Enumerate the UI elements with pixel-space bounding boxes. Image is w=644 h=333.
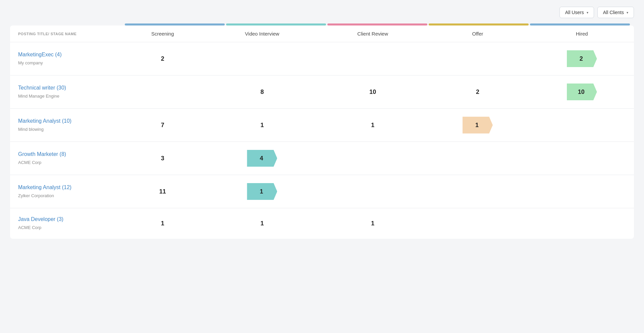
hired-badge[interactable]: 10 — [567, 84, 597, 100]
color-bar-offer — [429, 23, 529, 25]
posting-cell: Java Developer (3) ACME Corp — [10, 208, 121, 239]
hired-cell — [530, 175, 634, 208]
client-review-cell — [320, 42, 426, 75]
screening-cell: 1 — [121, 208, 204, 239]
col-header-screening: Screening — [121, 25, 204, 42]
video-interview-cell: 1 — [204, 208, 320, 239]
screening-cell: 11 — [121, 175, 204, 208]
col-header-client-review: Client Review — [320, 25, 426, 42]
video-interview-cell: 1 — [204, 175, 320, 208]
hired-cell: 2 — [530, 42, 634, 75]
table-row: Growth Marketer (8) ACME Corp 34 — [10, 142, 634, 175]
client-review-cell: 10 — [320, 75, 426, 109]
table-row: Java Developer (3) ACME Corp 111 — [10, 208, 634, 239]
offer-badge[interactable]: 1 — [463, 117, 493, 133]
posting-title[interactable]: MarketingExec (4) — [18, 52, 117, 58]
posting-title[interactable]: Growth Marketer (8) — [18, 151, 117, 157]
all-clients-label: All Clients — [603, 10, 624, 15]
client-review-cell: 1 — [320, 109, 426, 142]
posting-title[interactable]: Java Developer (3) — [18, 216, 117, 222]
video-badge[interactable]: 1 — [247, 183, 277, 200]
client-review-cell: 1 — [320, 208, 426, 239]
posting-cell: Marketing Analyst (10) Mind blowing — [10, 109, 121, 142]
offer-cell — [426, 175, 530, 208]
hired-badge[interactable]: 2 — [567, 50, 597, 67]
report-table: POSTING TITLE/ STAGE NAME Screening Vide… — [10, 25, 634, 239]
color-bar-client-review — [327, 23, 427, 25]
video-badge[interactable]: 4 — [247, 150, 277, 167]
color-bar-video — [226, 23, 326, 25]
hired-cell — [530, 142, 634, 175]
posting-company: Zylker Corporation — [18, 193, 54, 198]
posting-company: ACME Corp — [18, 225, 41, 230]
table-header-row: POSTING TITLE/ STAGE NAME Screening Vide… — [10, 25, 634, 42]
chevron-down-icon: ▾ — [587, 11, 588, 14]
offer-cell — [426, 142, 530, 175]
offer-cell: 2 — [426, 75, 530, 109]
hired-cell: 10 — [530, 75, 634, 109]
offer-cell — [426, 42, 530, 75]
posting-cell: Marketing Analyst (12) Zylker Corporatio… — [10, 175, 121, 208]
posting-cell: Technical writer (30) Mind Manage Engine — [10, 75, 121, 109]
all-users-label: All Users — [565, 10, 584, 15]
table-row: Marketing Analyst (12) Zylker Corporatio… — [10, 175, 634, 208]
posting-title[interactable]: Marketing Analyst (12) — [18, 184, 117, 190]
chevron-down-icon: ▾ — [627, 11, 628, 14]
screening-cell — [121, 75, 204, 109]
client-review-cell — [320, 175, 426, 208]
posting-title[interactable]: Technical writer (30) — [18, 85, 117, 91]
offer-cell: 1 — [426, 109, 530, 142]
posting-company: My company — [18, 60, 43, 65]
col-header-offer: Offer — [426, 25, 530, 42]
table-row: MarketingExec (4) My company 22 — [10, 42, 634, 75]
posting-company: Mind blowing — [18, 127, 44, 132]
col-header-hired: Hired — [530, 25, 634, 42]
posting-cell: Growth Marketer (8) ACME Corp — [10, 142, 121, 175]
offer-cell — [426, 208, 530, 239]
posting-cell: MarketingExec (4) My company — [10, 42, 121, 75]
top-bar: All Users ▾ All Clients ▾ — [10, 7, 634, 18]
table-row: Marketing Analyst (10) Mind blowing 7111 — [10, 109, 634, 142]
col-header-posting: POSTING TITLE/ STAGE NAME — [10, 25, 121, 42]
color-bar-screening — [125, 23, 225, 25]
posting-title[interactable]: Marketing Analyst (10) — [18, 118, 117, 124]
screening-cell: 2 — [121, 42, 204, 75]
all-clients-dropdown[interactable]: All Clients ▾ — [597, 7, 634, 18]
video-interview-cell: 4 — [204, 142, 320, 175]
client-review-cell — [320, 142, 426, 175]
video-interview-cell: 8 — [204, 75, 320, 109]
video-interview-cell: 1 — [204, 109, 320, 142]
hired-cell — [530, 208, 634, 239]
posting-company: Mind Manage Engine — [18, 94, 59, 99]
screening-cell: 7 — [121, 109, 204, 142]
posting-company: ACME Corp — [18, 160, 41, 165]
table-row: Technical writer (30) Mind Manage Engine… — [10, 75, 634, 109]
video-interview-cell — [204, 42, 320, 75]
color-bar-hired — [530, 23, 630, 25]
all-users-dropdown[interactable]: All Users ▾ — [559, 7, 594, 18]
hired-cell — [530, 109, 634, 142]
screening-cell: 3 — [121, 142, 204, 175]
col-header-video-interview: Video Interview — [204, 25, 320, 42]
